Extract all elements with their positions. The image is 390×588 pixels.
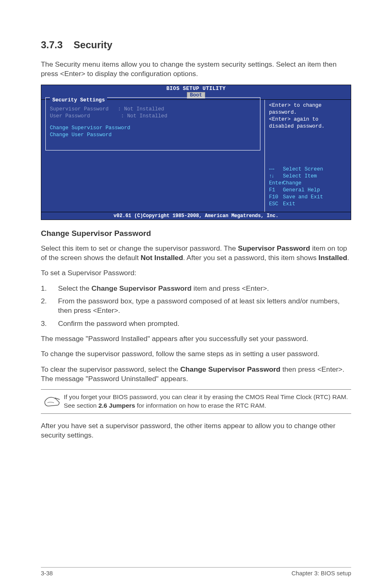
bios-key-esc-text: Exit [283, 201, 295, 207]
section-number: 3.7.3 [41, 39, 63, 50]
section-heading: 3.7.3 Security [41, 39, 351, 51]
bios-key-f1-text: General Help [283, 187, 320, 193]
paragraph-5: To clear the supervisor password, select… [41, 365, 351, 384]
bios-help-1: <Enter> to change [269, 102, 347, 109]
p1-f: Installed [318, 254, 347, 262]
bios-title: BIOS SETUP UTILITY [41, 85, 351, 92]
bios-key-screen-text: Select Screen [283, 166, 323, 172]
s1-b: Change Supervisor Password [92, 284, 192, 292]
page-footer: 3-38 Chapter 3: BIOS setup [41, 567, 351, 577]
intro-paragraph: The Security menu items allow you to cha… [41, 60, 351, 79]
note-box: If you forget your BIOS password, you ca… [41, 389, 351, 414]
bios-screenshot: BIOS SETUP UTILITY Boot Security Setting… [41, 85, 351, 220]
note-text: If you forget your BIOS password, you ca… [64, 393, 351, 410]
section-title-text: Security [74, 39, 112, 50]
bios-key-f10: F10Save and Exit [269, 194, 347, 201]
p1-e: . After you set a password, this item sh… [183, 254, 318, 262]
bios-footer: v02.61 (C)Copyright 1985-2008, American … [41, 212, 351, 220]
p1-d: Not Installed [141, 254, 183, 262]
s1-a: Select the [58, 284, 92, 292]
step-1-num: 1. [41, 284, 58, 293]
footer-right: Chapter 3: BIOS setup [291, 570, 351, 577]
paragraph-3: The message "Password Installed" appears… [41, 334, 351, 343]
bios-user-value: : Not Installed [121, 113, 167, 119]
bios-sup-label: Supervisor Password [50, 106, 109, 112]
footer-left: 3-38 [41, 570, 53, 577]
p5-a: To clear the supervisor password, select… [41, 365, 180, 373]
bios-help-4: disabled password. [269, 123, 347, 130]
bios-panel-title: Security Settings [50, 97, 107, 103]
bios-key-f1-label: F1 [269, 187, 283, 194]
bios-key-esc-label: ESC [269, 201, 283, 208]
bios-key-f1: F1General Help [269, 187, 347, 194]
step-3: 3. Confirm the password when prompted. [41, 319, 351, 328]
bios-user-label: User Password [50, 113, 90, 119]
paragraph-4: To change the supervisor password, follo… [41, 349, 351, 359]
note-icon [41, 393, 64, 408]
bios-help-2: password. [269, 109, 347, 116]
bios-key-enter: EnterChange [269, 180, 347, 187]
step-2-text: From the password box, type a password c… [58, 296, 351, 316]
bios-key-f10-label: F10 [269, 194, 283, 201]
bios-key-enter-label: Enter [269, 180, 283, 187]
note-b: 2.6 Jumpers [99, 402, 135, 409]
step-2: 2. From the password box, type a passwor… [41, 296, 351, 316]
paragraph-6: After you have set a supervisor password… [41, 421, 351, 440]
p5-b: Change Supervisor Password [180, 365, 280, 373]
step-3-num: 3. [41, 319, 58, 328]
bios-key-enter-text: Change [283, 180, 301, 186]
bios-key-screen: Select Screen [269, 166, 347, 173]
steps-list: 1. Select the Change Supervisor Password… [41, 284, 351, 328]
step-1-text: Select the Change Supervisor Password it… [58, 284, 351, 293]
bios-change-supervisor: Change Supervisor Password [50, 125, 256, 132]
p1-b: Supervisor Password [238, 244, 310, 252]
paragraph-2: To set a Supervisor Password: [41, 268, 351, 278]
bios-key-item: Select Item [269, 173, 347, 180]
step-2-num: 2. [41, 296, 58, 316]
s1-c: item and press <Enter>. [192, 284, 269, 292]
p1-g: . [347, 254, 349, 262]
step-1: 1. Select the Change Supervisor Password… [41, 284, 351, 293]
note-c: for information on how to erase the RTC … [135, 402, 267, 409]
step-3-text: Confirm the password when prompted. [58, 319, 351, 328]
bios-row-user: User Password : Not Installed [50, 113, 256, 120]
bios-key-item-text: Select Item [283, 173, 317, 179]
paragraph-1: Select this item to set or change the su… [41, 244, 351, 263]
hand-icon [43, 394, 61, 408]
bios-row-supervisor: Supervisor Password : Not Installed [50, 106, 256, 113]
arrows-lr-icon [269, 166, 273, 172]
bios-key-esc: ESCExit [269, 201, 347, 208]
p1-a: Select this item to set or change the su… [41, 244, 238, 252]
bios-change-user: Change User Password [50, 132, 256, 139]
subheading: Change Supervisor Password [41, 229, 351, 238]
arrows-ud-icon [269, 173, 273, 179]
bios-sup-value: : Not Installed [118, 106, 164, 112]
bios-key-f10-text: Save and Exit [283, 194, 323, 200]
bios-help-3: <Enter> again to [269, 116, 347, 123]
